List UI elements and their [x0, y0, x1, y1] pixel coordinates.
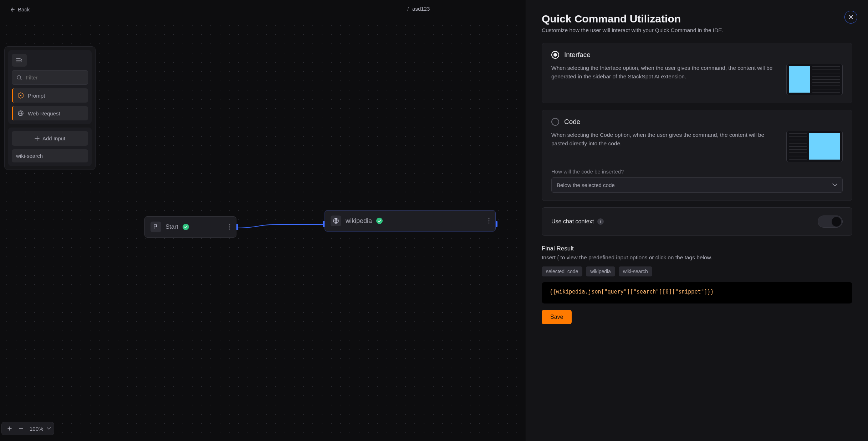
option-interface-card[interactable]: Interface When selecting the Interface o… — [542, 43, 852, 103]
nav-item-label: Prompt — [28, 93, 45, 99]
zoom-value: 100% — [27, 426, 45, 432]
chevron-down-icon — [832, 183, 837, 187]
flag-icon — [150, 222, 161, 232]
filter-input-wrap[interactable] — [12, 70, 88, 85]
side-panel: Quick Command Utilization Customize how … — [526, 0, 868, 441]
final-result-sub: Insert { to view the predefined input op… — [542, 254, 852, 261]
save-label: Save — [550, 314, 563, 320]
input-chip-label: wiki-search — [16, 153, 43, 159]
final-result-code[interactable]: {{wikipedia.json["query"]["search"][0]["… — [542, 282, 852, 303]
option-desc: When selecting the Interface option, whe… — [551, 64, 777, 81]
code-thumbnail — [786, 131, 843, 162]
insert-mode-select[interactable]: Below the selected code — [551, 177, 843, 193]
svg-point-9 — [489, 223, 490, 224]
svg-point-7 — [489, 218, 490, 219]
list-collapse-icon — [16, 58, 22, 63]
select-value: Below the selected code — [557, 182, 615, 188]
radio-interface[interactable] — [551, 51, 559, 59]
node-menu-button[interactable] — [229, 224, 230, 230]
search-icon — [16, 75, 22, 81]
node-menu-button[interactable] — [488, 218, 490, 224]
flow-edge — [236, 224, 325, 229]
toggle-knob — [832, 217, 841, 227]
chevron-down-icon[interactable] — [47, 427, 51, 430]
check-icon — [183, 224, 189, 230]
plus-icon — [35, 136, 40, 141]
option-title: Interface — [564, 51, 591, 59]
node-label: wikipedia — [346, 217, 372, 225]
tag-selected-code[interactable]: selected_code — [542, 266, 582, 276]
insert-mode-label: How will the code be inserted? — [551, 168, 843, 175]
globe-icon — [331, 216, 341, 226]
close-button[interactable] — [844, 11, 857, 24]
svg-point-4 — [229, 227, 230, 228]
save-button[interactable]: Save — [542, 310, 572, 324]
panel-subtitle: Customize how the user will interact wit… — [542, 27, 852, 33]
breadcrumb-slash: / — [407, 6, 409, 12]
tag-wiki-search[interactable]: wiki-search — [619, 266, 652, 276]
radio-code[interactable] — [551, 118, 559, 126]
add-input-label: Add Input — [42, 135, 65, 141]
tag-wikipedia[interactable]: wikipedia — [586, 266, 615, 276]
prompt-icon — [17, 92, 24, 99]
nav-item-label: Web Request — [28, 110, 60, 116]
tag-row: selected_code wikipedia wiki-search — [542, 266, 852, 276]
flow-node-wikipedia[interactable]: wikipedia — [325, 210, 496, 232]
panel-collapse-button[interactable] — [12, 54, 27, 67]
chat-context-label: Use chat context — [551, 218, 594, 225]
panel-title: Quick Command Utilization — [542, 13, 852, 25]
chat-context-card: Use chat context i — [542, 207, 852, 236]
interface-thumbnail — [786, 64, 843, 95]
svg-point-3 — [229, 224, 230, 225]
left-panel: Prompt Web Request Add Input wik — [4, 46, 96, 170]
option-desc: When selecting the Code option, when the… — [551, 131, 777, 148]
info-icon[interactable]: i — [597, 218, 604, 225]
arrow-left-icon — [9, 7, 15, 12]
back-button[interactable]: Back — [6, 4, 33, 15]
close-icon — [848, 15, 853, 20]
filter-input[interactable] — [25, 74, 83, 81]
zoom-control: 100% — [1, 422, 54, 435]
node-label: Start — [165, 223, 178, 230]
chat-context-toggle[interactable] — [818, 216, 843, 228]
zoom-out-button[interactable] — [16, 424, 26, 434]
svg-point-5 — [229, 229, 230, 230]
command-name-input[interactable] — [411, 4, 461, 14]
option-code-card[interactable]: Code When selecting the Code option, whe… — [542, 110, 852, 201]
flow-node-start[interactable]: Start — [144, 216, 236, 238]
option-title: Code — [564, 118, 580, 126]
add-input-button[interactable]: Add Input — [12, 131, 88, 146]
back-label: Back — [18, 6, 30, 12]
input-chip-wiki-search[interactable]: wiki-search — [12, 149, 88, 162]
final-result-heading: Final Result — [542, 245, 852, 252]
globe-icon — [17, 110, 24, 117]
svg-point-1 — [20, 95, 21, 96]
nav-item-prompt[interactable]: Prompt — [12, 88, 88, 103]
check-icon — [376, 218, 383, 224]
svg-point-8 — [489, 220, 490, 222]
nav-item-web-request[interactable]: Web Request — [12, 106, 88, 120]
zoom-in-button[interactable] — [5, 424, 15, 434]
